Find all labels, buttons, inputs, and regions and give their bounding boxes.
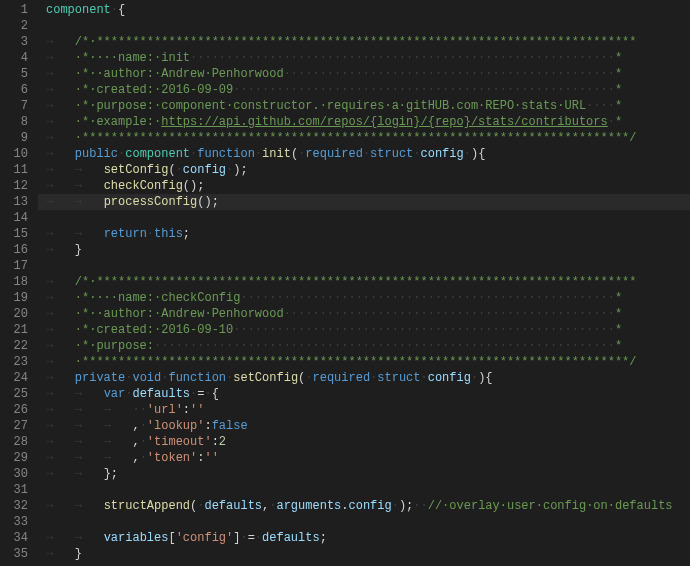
- indent-guide: →: [75, 227, 104, 241]
- token-kw: struct: [377, 371, 420, 385]
- code-line[interactable]: component·{: [38, 2, 690, 18]
- code-line[interactable]: [38, 18, 690, 34]
- code-line[interactable]: → → checkConfig();: [38, 178, 690, 194]
- code-line[interactable]: → → processConfig();: [38, 194, 690, 210]
- line-number: 35: [0, 546, 28, 562]
- token-ws: ·: [413, 147, 420, 161]
- token-kw: struct: [370, 147, 413, 161]
- code-line[interactable]: [38, 258, 690, 274]
- code-line[interactable]: → ·*····name:·init······················…: [38, 50, 690, 66]
- indent-guide: →: [46, 403, 75, 417]
- token-punc: ;: [183, 227, 190, 241]
- indent-guide: →: [46, 387, 75, 401]
- token-ws: ········································…: [240, 291, 614, 305]
- token-ws: ·: [147, 227, 154, 241]
- token-cmtU: https://api.github.com/repos/{login}/{re…: [161, 115, 607, 129]
- token-ws: ·: [363, 147, 370, 161]
- token-cmt: /*·*************************************…: [75, 35, 637, 49]
- token-type: component: [125, 147, 190, 161]
- code-line[interactable]: → → → ,·'token':'': [38, 450, 690, 466]
- code-line[interactable]: → → structAppend(·defaults,·arguments.co…: [38, 498, 690, 514]
- line-number: 30: [0, 466, 28, 482]
- line-number: 24: [0, 370, 28, 386]
- line-number: 2: [0, 18, 28, 34]
- token-ws: ········································…: [190, 51, 615, 65]
- code-line[interactable]: → → variables['config']·=·defaults;: [38, 530, 690, 546]
- line-number: 18: [0, 274, 28, 290]
- token-ws: ········································…: [233, 83, 615, 97]
- code-line[interactable]: [38, 482, 690, 498]
- indent-guide: →: [46, 195, 75, 209]
- code-line[interactable]: → public·component·function·init(·requir…: [38, 146, 690, 162]
- token-str: 'timeout': [147, 435, 212, 449]
- token-ws: ··: [132, 403, 146, 417]
- line-number: 7: [0, 98, 28, 114]
- code-line[interactable]: → ·*·created:·2016-09-09················…: [38, 82, 690, 98]
- indent-guide: →: [46, 355, 75, 369]
- code-line[interactable]: → }: [38, 546, 690, 562]
- token-kw: var: [104, 387, 126, 401]
- indent-guide: →: [46, 163, 75, 177]
- token-ws: ········································…: [284, 307, 615, 321]
- line-number: 17: [0, 258, 28, 274]
- token-type: component: [46, 3, 111, 17]
- indent-guide: →: [75, 179, 104, 193]
- code-line[interactable]: → → return·this;: [38, 226, 690, 242]
- line-number-gutter: 1234567891011121314151617181920212223242…: [0, 0, 38, 566]
- code-line[interactable]: → → → ··'url':'': [38, 402, 690, 418]
- indent-guide: →: [75, 499, 104, 513]
- line-number: 22: [0, 338, 28, 354]
- code-line[interactable]: → → var·defaults·=·{: [38, 386, 690, 402]
- indent-guide: →: [75, 419, 104, 433]
- token-punc: (: [168, 163, 175, 177]
- token-cmt: //·overlay·user·config·on·defaults: [428, 499, 673, 513]
- indent-guide: →: [46, 147, 75, 161]
- code-line[interactable]: → ·*·purpose:···························…: [38, 338, 690, 354]
- code-line[interactable]: → /*·***********************************…: [38, 274, 690, 290]
- indent-guide: →: [75, 195, 104, 209]
- token-ws: ·: [111, 3, 118, 17]
- indent-guide: →: [104, 451, 133, 465]
- line-number: 16: [0, 242, 28, 258]
- code-line[interactable]: → ·*************************************…: [38, 354, 690, 370]
- code-line[interactable]: → ·*·example:·https://api.github.com/rep…: [38, 114, 690, 130]
- token-id: defaults: [132, 387, 190, 401]
- token-ws: ·: [204, 387, 211, 401]
- code-line[interactable]: → ·*·created:·2016-09-10················…: [38, 322, 690, 338]
- code-area[interactable]: component·{→ /*·************************…: [38, 0, 690, 566]
- code-line[interactable]: [38, 210, 690, 226]
- code-line[interactable]: [38, 514, 690, 530]
- token-punc: {: [478, 147, 485, 161]
- token-id: variables: [104, 531, 169, 545]
- code-line[interactable]: → private·void·function·setConfig(·requi…: [38, 370, 690, 386]
- token-cmt: ·*····name:·checkConfig: [75, 291, 241, 305]
- token-punc: :: [183, 403, 190, 417]
- code-line[interactable]: → → → ,·'timeout':2: [38, 434, 690, 450]
- token-punc: ,: [132, 451, 139, 465]
- code-line[interactable]: → ·*************************************…: [38, 130, 690, 146]
- code-line[interactable]: → }: [38, 242, 690, 258]
- indent-guide: →: [46, 99, 75, 113]
- token-punc: ,: [132, 435, 139, 449]
- code-line[interactable]: → ·*··author:·Andrew·Penhorwood·········…: [38, 66, 690, 82]
- code-line[interactable]: → ·*·purpose:·component·constructor.·req…: [38, 98, 690, 114]
- indent-guide: →: [46, 243, 75, 257]
- code-line[interactable]: → /*·***********************************…: [38, 34, 690, 50]
- code-line[interactable]: → → → ,·'lookup':false: [38, 418, 690, 434]
- line-number: 28: [0, 434, 28, 450]
- indent-guide: →: [75, 451, 104, 465]
- token-cmt: *: [615, 291, 622, 305]
- token-cmt: ·*·example:·: [75, 115, 161, 129]
- code-line[interactable]: → → setConfig(·config·);: [38, 162, 690, 178]
- indent-guide: →: [46, 179, 75, 193]
- code-line[interactable]: → ·*····name:·checkConfig···············…: [38, 290, 690, 306]
- line-number: 33: [0, 514, 28, 530]
- code-line[interactable]: → → };: [38, 466, 690, 482]
- token-kw: public: [75, 147, 118, 161]
- indent-guide: →: [75, 387, 104, 401]
- token-punc: ;: [320, 531, 327, 545]
- token-id: arguments: [276, 499, 341, 513]
- indent-guide: →: [46, 67, 75, 81]
- code-line[interactable]: → ·*··author:·Andrew·Penhorwood·········…: [38, 306, 690, 322]
- code-editor[interactable]: 1234567891011121314151617181920212223242…: [0, 0, 690, 566]
